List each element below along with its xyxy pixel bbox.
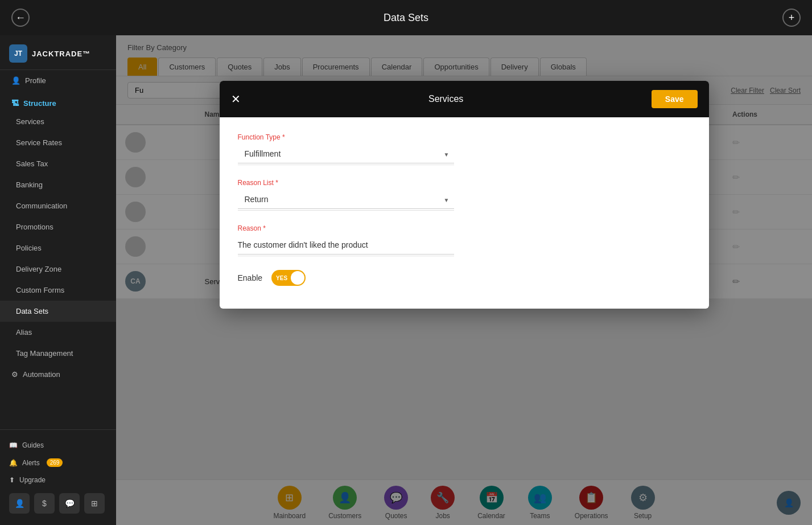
reason-label: Reason * — [238, 224, 691, 232]
sidebar-alerts[interactable]: 🔔 Alerts 269 — [0, 454, 116, 471]
alerts-icon: 🔔 — [9, 459, 18, 467]
sidebar-item-data-sets[interactable]: Data Sets — [0, 301, 116, 322]
function-type-select-wrapper: Fulfillment Returns Exchange — [238, 145, 454, 163]
enable-toggle[interactable]: YES — [271, 270, 306, 286]
top-bar: ← Data Sets + — [0, 0, 812, 35]
sidebar-item-profile[interactable]: 👤 Profile — [0, 70, 116, 91]
footer-icon-person[interactable]: 👤 — [9, 493, 30, 514]
sidebar-item-delivery-zone[interactable]: Delivery Zone — [0, 259, 116, 280]
content-area: Filter By Category All Customers Quotes … — [116, 35, 812, 525]
sidebar-item-services[interactable]: Services — [0, 111, 116, 132]
footer-icon-grid[interactable]: ⊞ — [84, 493, 105, 514]
sidebar-item-policies[interactable]: Policies — [0, 237, 116, 259]
services-modal: ✕ Services Save Function Type * Fulfillm… — [220, 81, 709, 309]
toggle-knob — [291, 271, 304, 285]
enable-label: Enable — [238, 273, 263, 282]
modal-save-button[interactable]: Save — [652, 90, 698, 108]
guides-icon: 📖 — [9, 441, 18, 449]
sidebar-item-promotions[interactable]: Promotions — [0, 216, 116, 237]
add-button[interactable]: + — [782, 9, 801, 27]
sidebar-guides[interactable]: 📖 Guides — [0, 437, 116, 454]
reason-list-group: Reason List * Return Damage Wrong Item — [238, 179, 691, 211]
main-layout: JT JACKTRADE™ 👤 Profile 🏗 Structure Serv… — [0, 35, 812, 525]
function-type-divider — [238, 165, 454, 165]
profile-icon: 👤 — [11, 76, 20, 85]
reason-input[interactable] — [238, 236, 454, 255]
reason-list-divider — [238, 210, 454, 211]
sidebar-upgrade[interactable]: ⬆ Upgrade — [0, 471, 116, 489]
reason-list-select-wrapper: Return Damage Wrong Item — [238, 190, 454, 209]
modal-title: Services — [428, 94, 463, 104]
sidebar-item-alias[interactable]: Alias — [0, 322, 116, 343]
sidebar-item-tag-management[interactable]: Tag Management — [0, 343, 116, 364]
modal-overlay: ✕ Services Save Function Type * Fulfillm… — [116, 35, 812, 525]
modal-close-button[interactable]: ✕ — [231, 93, 241, 105]
function-type-group: Function Type * Fulfillment Returns Exch… — [238, 133, 691, 165]
page-title: Data Sets — [384, 12, 428, 24]
sidebar-item-communication[interactable]: Communication — [0, 195, 116, 216]
logo-icon: JT — [9, 44, 27, 63]
sidebar-bottom: 📖 Guides 🔔 Alerts 269 ⬆ Upgrade 👤 $ 💬 ⊞ — [0, 429, 116, 525]
sidebar-footer-icons: 👤 $ 💬 ⊞ — [0, 489, 116, 518]
brand-name: JACKTRADE™ — [32, 50, 90, 58]
footer-icon-dollar[interactable]: $ — [34, 493, 55, 514]
sidebar-item-sales-tax[interactable]: Sales Tax — [0, 153, 116, 174]
modal-header: ✕ Services Save — [220, 81, 709, 117]
function-type-select[interactable]: Fulfillment Returns Exchange — [238, 145, 454, 163]
footer-icon-chat[interactable]: 💬 — [59, 493, 80, 514]
sidebar-item-custom-forms[interactable]: Custom Forms — [0, 280, 116, 301]
back-button[interactable]: ← — [11, 9, 30, 27]
reason-list-label: Reason List * — [238, 179, 691, 187]
structure-icon: 🏗 — [11, 99, 19, 108]
alerts-badge: 269 — [47, 458, 63, 467]
reason-divider — [238, 256, 454, 256]
reason-list-select[interactable]: Return Damage Wrong Item — [238, 190, 454, 209]
sidebar-item-service-rates[interactable]: Service Rates — [0, 132, 116, 153]
function-type-label: Function Type * — [238, 133, 691, 141]
toggle-yes-label: YES — [276, 275, 287, 281]
automation-icon: ⚙ — [11, 370, 18, 379]
sidebar: JT JACKTRADE™ 👤 Profile 🏗 Structure Serv… — [0, 35, 116, 525]
sidebar-item-automation[interactable]: ⚙ Automation — [0, 364, 116, 385]
sidebar-logo: JT JACKTRADE™ — [0, 35, 116, 70]
toggle-slider: YES — [271, 270, 306, 286]
reason-group: Reason * — [238, 224, 691, 256]
enable-row: Enable YES — [238, 270, 691, 286]
sidebar-item-banking[interactable]: Banking — [0, 174, 116, 195]
modal-body: Function Type * Fulfillment Returns Exch… — [220, 117, 709, 309]
upgrade-icon: ⬆ — [9, 476, 15, 484]
sidebar-section-structure[interactable]: 🏗 Structure — [0, 91, 116, 111]
